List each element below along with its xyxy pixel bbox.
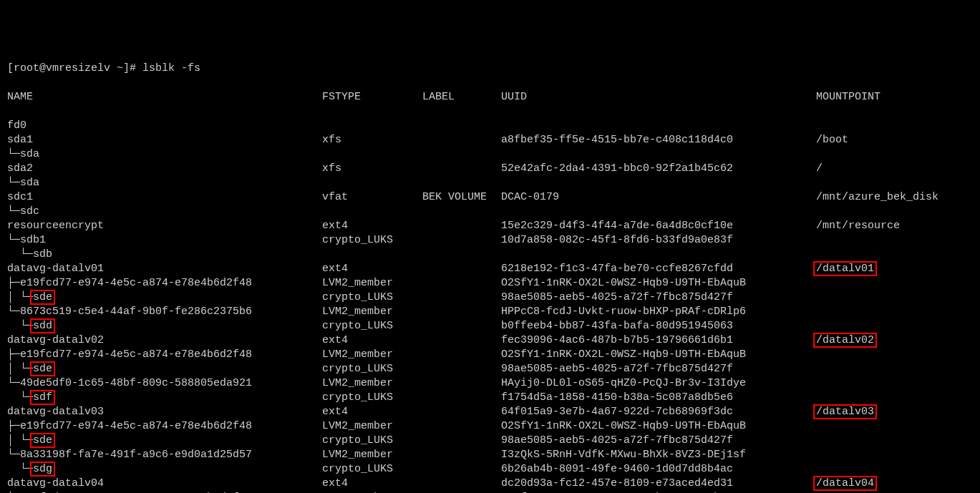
lsblk-row: sdc1vfatBEK VOLUMEDCAC-0179/mnt/azure_be… <box>7 190 973 205</box>
lsblk-row: └─49de5df0-1c65-48bf-809c-588805eda921LV… <box>7 376 973 391</box>
cell-mountpoint: /datalv01 <box>816 262 877 276</box>
cell-mountpoint: /mnt/resource <box>816 219 900 233</box>
cell-name: └─8a33198f-fa7e-491f-a9c6-e9d0a1d25d57 <box>7 448 322 462</box>
cell-name: └─49de5df0-1c65-48bf-809c-588805eda921 <box>7 376 322 391</box>
cell-name: ├─e19fcd77-e974-4e5c-a874-e78e4b6d2f48 <box>7 491 322 493</box>
cell-fstype: LVM2_member <box>322 348 422 362</box>
cell-uuid: a8fbef35-ff5e-4515-bb7e-c408c118d4c0 <box>501 133 816 147</box>
cell-mountpoint: /mnt/azure_bek_disk <box>816 190 938 205</box>
cell-fstype: crypto_LUKS <box>322 291 422 305</box>
lsblk-row: datavg-datalv01ext46218e192-f1c3-47fa-be… <box>7 262 973 276</box>
cell-uuid: 64f015a9-3e7b-4a67-922d-7cb68969f3dc <box>501 405 816 419</box>
cell-fstype: LVM2_member <box>322 305 422 319</box>
cell-name: sdc1 <box>7 190 322 205</box>
lsblk-row: │ └─sdecrypto_LUKS98ae5085-aeb5-4025-a72… <box>7 434 973 448</box>
cell-name: ├─e19fcd77-e974-4e5c-a874-e78e4b6d2f48 <box>7 419 322 434</box>
lsblk-row: └─sda <box>7 176 973 190</box>
cell-uuid: 15e2c329-d4f3-4f44-a7de-6a4d8c0cf10e <box>501 219 816 233</box>
lsblk-row: │ └─sdecrypto_LUKS98ae5085-aeb5-4025-a72… <box>7 362 973 376</box>
lsblk-row: datavg-datalv02ext4fec39096-4ac6-487b-b7… <box>7 333 973 348</box>
cell-uuid: 52e42afc-2da4-4391-bbc0-92f2a1b45c62 <box>501 162 816 176</box>
cell-name: │ └─sde <box>7 362 322 376</box>
cell-fstype: ext4 <box>322 405 422 419</box>
cell-name: └─sdd <box>7 319 322 333</box>
lsblk-row: └─8a33198f-fa7e-491f-a9c6-e9d0a1d25d57LV… <box>7 448 973 462</box>
lsblk-output: fd0sda1xfsa8fbef35-ff5e-4515-bb7e-c408c1… <box>7 119 973 493</box>
cell-name: └─sda <box>7 176 322 190</box>
cell-mountpoint: /datalv03 <box>816 405 877 419</box>
cell-name: └─sdg <box>7 462 322 477</box>
lsblk-row: resourceencryptext415e2c329-d4f3-4f44-a7… <box>7 219 973 233</box>
cell-fstype: ext4 <box>322 219 422 233</box>
lsblk-row: │ └─sdecrypto_LUKS98ae5085-aeb5-4025-a72… <box>7 291 973 305</box>
lsblk-row: datavg-datalv04ext4dc20d93a-fc12-457e-81… <box>7 477 973 491</box>
lsblk-header: NAMEFSTYPELABELUUIDMOUNTPOINT <box>7 90 973 104</box>
hdr-label: LABEL <box>422 90 501 104</box>
cell-mountpoint: /datalv04 <box>816 477 877 491</box>
cell-name: datavg-datalv03 <box>7 405 322 419</box>
cell-uuid: 6b26ab4b-8091-49fe-9460-1d0d7dd8b4ac <box>501 462 816 477</box>
cell-name: datavg-datalv02 <box>7 333 322 348</box>
cell-fstype: ext4 <box>322 477 422 491</box>
cell-uuid: HAyij0-DL0l-oS65-qHZ0-PcQJ-Br3v-I3Idye <box>501 376 816 391</box>
cell-uuid: 98ae5085-aeb5-4025-a72f-7fbc875d427f <box>501 291 816 305</box>
cell-uuid: 6218e192-f1c3-47fa-be70-ccfe8267cfdd <box>501 262 816 276</box>
hdr-uuid: UUID <box>501 90 816 104</box>
lsblk-row: datavg-datalv03ext464f015a9-3e7b-4a67-92… <box>7 405 973 419</box>
cell-fstype: xfs <box>322 162 422 176</box>
lsblk-row: └─sdc <box>7 205 973 219</box>
cell-uuid: 10d7a858-082c-45f1-8fd6-b33fd9a0e83f <box>501 233 816 248</box>
shell-command: lsblk -fs <box>142 62 200 74</box>
lsblk-row: ├─e19fcd77-e974-4e5c-a874-e78e4b6d2f48LV… <box>7 419 973 434</box>
cell-name: ├─e19fcd77-e974-4e5c-a874-e78e4b6d2f48 <box>7 348 322 362</box>
lsblk-row: └─sdfcrypto_LUKSf1754d5a-1858-4150-b38a-… <box>7 391 973 405</box>
cell-name: └─sdb1 <box>7 233 322 248</box>
lsblk-row: ├─e19fcd77-e974-4e5c-a874-e78e4b6d2f48LV… <box>7 348 973 362</box>
lsblk-row: └─sdb1crypto_LUKS10d7a858-082c-45f1-8fd6… <box>7 233 973 248</box>
cell-name: │ └─sde <box>7 434 322 448</box>
cell-name: └─sdb <box>7 248 322 262</box>
cell-name: ├─e19fcd77-e974-4e5c-a874-e78e4b6d2f48 <box>7 276 322 291</box>
cell-uuid: O2SfY1-1nRK-OX2L-0WSZ-Hqb9-U9TH-EbAquB <box>501 491 816 493</box>
cell-fstype: ext4 <box>322 333 422 348</box>
cell-fstype: LVM2_member <box>322 276 422 291</box>
cell-fstype: LVM2_member <box>322 419 422 434</box>
cell-fstype: crypto_LUKS <box>322 462 422 477</box>
cell-name: sda1 <box>7 133 322 147</box>
cell-fstype: LVM2_member <box>322 491 422 493</box>
cell-uuid: O2SfY1-1nRK-OX2L-0WSZ-Hqb9-U9TH-EbAquB <box>501 276 816 291</box>
cell-uuid: dc20d93a-fc12-457e-8109-e73aced4ed31 <box>501 477 816 491</box>
cell-name: sda2 <box>7 162 322 176</box>
cell-name: datavg-datalv01 <box>7 262 322 276</box>
cell-uuid: b0ffeeb4-bb87-43fa-bafa-80d951945063 <box>501 319 816 333</box>
lsblk-row: fd0 <box>7 119 973 133</box>
cell-fstype: crypto_LUKS <box>322 233 422 248</box>
cell-name: │ └─sde <box>7 291 322 305</box>
cell-uuid: O2SfY1-1nRK-OX2L-0WSZ-Hqb9-U9TH-EbAquB <box>501 419 816 434</box>
cell-uuid: I3zQkS-5RnH-VdfK-MXwu-BhXk-8VZ3-DEj1sf <box>501 448 816 462</box>
cell-uuid: O2SfY1-1nRK-OX2L-0WSZ-Hqb9-U9TH-EbAquB <box>501 348 816 362</box>
cell-name: └─sdf <box>7 391 322 405</box>
cell-uuid: 98ae5085-aeb5-4025-a72f-7fbc875d427f <box>501 434 816 448</box>
cell-uuid: 98ae5085-aeb5-4025-a72f-7fbc875d427f <box>501 362 816 376</box>
cell-name: └─8673c519-c5e4-44af-9b0f-fe286c2375b6 <box>7 305 322 319</box>
lsblk-row: ├─e19fcd77-e974-4e5c-a874-e78e4b6d2f48LV… <box>7 276 973 291</box>
shell-prompt: [root@vmresizelv ~]# <box>7 62 142 74</box>
cell-fstype: crypto_LUKS <box>322 362 422 376</box>
cell-fstype: crypto_LUKS <box>322 319 422 333</box>
cell-mountpoint: /datalv02 <box>816 333 877 348</box>
cell-fstype: LVM2_member <box>322 448 422 462</box>
cell-fstype: crypto_LUKS <box>322 391 422 405</box>
cell-fstype: xfs <box>322 133 422 147</box>
lsblk-row: ├─e19fcd77-e974-4e5c-a874-e78e4b6d2f48LV… <box>7 491 973 493</box>
cell-uuid: HPPcC8-fcdJ-Uvkt-ruow-bHXP-pRAf-cDRlp6 <box>501 305 816 319</box>
cell-uuid: DCAC-0179 <box>501 190 816 205</box>
cell-name: resourceencrypt <box>7 219 322 233</box>
cell-name: └─sda <box>7 147 322 162</box>
hdr-fstype: FSTYPE <box>322 90 422 104</box>
cell-name: fd0 <box>7 119 322 133</box>
cell-name: └─sdc <box>7 205 322 219</box>
hdr-mount: MOUNTPOINT <box>816 90 880 104</box>
lsblk-row: sda2xfs52e42afc-2da4-4391-bbc0-92f2a1b45… <box>7 162 973 176</box>
cell-uuid: f1754d5a-1858-4150-b38a-5c087a8db5e6 <box>501 391 816 405</box>
